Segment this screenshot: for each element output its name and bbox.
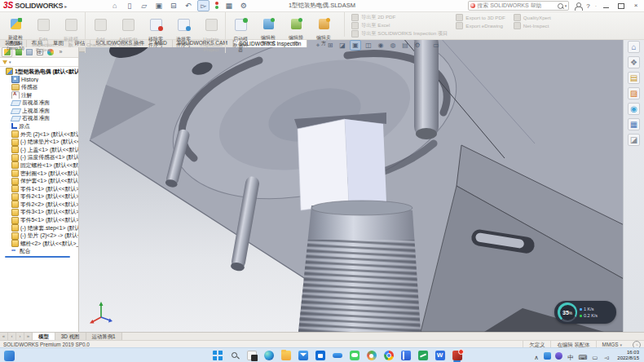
tree-filter[interactable]: ▾ [0,58,78,67]
taskbar-icon-mail[interactable] [297,349,309,362]
section-view-icon[interactable]: ◪ [337,41,347,50]
export-inspection-project-button[interactable]: 导出至 SOLIDWORKS Inspection 项目 [351,30,448,37]
tray-display-icon[interactable]: ▭ [591,348,598,362]
search-input[interactable]: 搜索 SOLIDWORKS 帮助 ▾ [468,1,569,11]
file-explorer-pane-icon[interactable]: ▤ [628,72,640,84]
tree-item[interactable]: 外壳 (2)<1> (默认<<默认>_显示状 [0,130,78,139]
view-settings-icon[interactable]: ⚙ [412,41,422,50]
tree-item[interactable]: 保护套<1> (默认<<默认>_显示状 [0,177,78,185]
ime-language-indicator[interactable]: 中 [567,348,574,362]
taskbar-icon-browser-360[interactable] [365,349,377,362]
solidworks-resources-icon[interactable]: ⌂ [628,41,640,53]
view-orientation-icon[interactable]: ▣ [350,40,361,51]
tree-item[interactable]: (-) 绝缘套.step<1> (默认<<默认> [0,224,78,232]
export-2d-pdf-button[interactable]: 导出至 2D PDF [351,14,448,20]
taskbar-icon-wps-writer[interactable] [434,349,446,362]
tray-expand-icon[interactable]: ∧ [532,348,540,362]
close-button[interactable]: × [631,2,641,10]
tree-item[interactable]: 上视基准面 [0,107,78,115]
taskbar-icon-reader[interactable] [399,349,412,362]
tree-item[interactable]: 零件5<1> (默认<<默认>_显示状态 [0,216,78,224]
taskbar-icon-store[interactable] [314,349,326,362]
tree-item[interactable]: 传感器 [0,83,78,91]
print-icon[interactable]: ⊟ [168,1,179,11]
rollback-bar[interactable] [5,256,70,258]
hide-show-items-icon[interactable]: ◉ [376,41,386,50]
widgets-icon[interactable] [4,351,15,361]
appearances-scenes-icon[interactable]: ◉ [628,103,640,115]
edit-inspection-project-button[interactable]: Edit Inspection Project [29,12,57,53]
3d-viewport[interactable]: ◀ ⌖⊞◪▣◫◉◍▤⚙▭ ⌂❖▤▨◉▦◪ 35% 1 K/s0.2 K/s [78,38,644,332]
taskbar-icon-solidworks[interactable] [451,349,463,362]
tree-item[interactable]: 零件3<1> (默认<<默认>_显示状 [0,209,78,217]
undo-icon[interactable]: ↶ [183,1,193,11]
export-3d-pdf-button[interactable]: Export to 3D PDF [456,14,505,20]
display-settings-icon[interactable]: ▦ [223,1,234,11]
design-library-icon[interactable]: ❖ [628,56,640,68]
tree-item[interactable]: 原点 [0,122,78,130]
taskbar-clock[interactable]: 16:03 2022/8/15 [614,350,639,361]
new-template-button[interactable]: 新建模 板 [57,12,86,53]
tree-item[interactable]: 零件2<2> (默认<<默认>_显示状 [0,201,78,209]
add-characteristic-button[interactable]: Add Characteristic [86,12,114,53]
tree-item[interactable]: (-) 温度传感器<1> (默认<<默认>_ [0,154,78,162]
comment-icon[interactable]: ▭ [431,41,441,50]
tree-item[interactable]: 注解 [0,91,78,99]
taskbar-icon-file-explorer[interactable] [280,349,292,362]
open-icon[interactable]: ▱ [139,1,149,11]
menu-expand-icon[interactable]: ▸ [64,3,67,9]
help-button[interactable]: ? [586,2,589,10]
tray-volume-icon[interactable]: ◅ [602,348,610,362]
zoom-speed-hud[interactable]: 35% 1 K/s0.2 K/s [554,301,616,324]
tree-item[interactable]: (-) 上盖<1> (默认<<默认>_显示状 [0,146,78,154]
view-palette-icon[interactable]: ▨ [628,87,640,99]
update-inspection-project-button[interactable]: Update Inspection Project [197,12,226,53]
forum-icon[interactable]: ◪ [628,134,640,146]
tree-item[interactable]: 密封圈<1> (默认<<默认>_显示状 [0,170,78,178]
tree-item[interactable]: (-) 绝缘垫片<1> (默认<<默认>_显 [0,138,78,146]
tree-item[interactable]: 螺栓<2> (默认<<默认>_显示状态 [0,240,78,248]
save-icon[interactable]: ▣ [153,1,164,11]
tray-security-icon[interactable] [544,348,551,362]
restore-button[interactable] [616,2,626,10]
taskbar-icon-edge[interactable] [262,349,275,362]
search-icon[interactable] [558,3,563,9]
tree-item[interactable]: 1型铠装热电偶 (默认<默认_显示状态-1 [0,68,78,76]
remove-balloons-button[interactable]: 移除零 件序号 [142,12,170,53]
help-caret-icon[interactable]: · [595,3,597,9]
new-document-icon[interactable]: ▯ [124,1,135,11]
net-inspect-button[interactable]: Net-Inspect [514,22,551,29]
login-icon[interactable] [574,2,581,10]
launch-template-editor-button[interactable]: 启动模 板编辑 器 [227,12,254,53]
export-excel-button[interactable]: 导出至 Excel [351,22,448,29]
tree-item[interactable]: 右视基准面 [0,115,78,123]
custom-properties-icon[interactable]: ▦ [628,118,640,130]
export-edrawing-button[interactable]: Export eDrawing [456,22,505,29]
apply-scene-icon[interactable]: ▤ [400,41,410,50]
tree-item[interactable]: 固定螺栓<1> (默认<<默认>_显示状 [0,161,78,170]
taskbar-icon-chrome[interactable] [382,349,395,362]
edit-appearance-icon[interactable]: ◍ [388,41,398,50]
select-icon[interactable]: ▻ [197,0,210,11]
taskbar-icon-search[interactable] [228,349,240,362]
minimize-button[interactable] [602,2,611,10]
tree-item[interactable]: 前视基准面 [0,99,78,107]
taskbar-icon-onedrive[interactable] [331,349,343,362]
tray-location-icon[interactable] [555,348,562,362]
new-inspection-project-button[interactable]: 新建检 查项目 (amp;N) [2,12,29,53]
taskbar-icon-wechat[interactable] [348,349,360,362]
qualityxpert-button[interactable]: QualityXpert [514,14,551,20]
edit-methods-button[interactable]: 编辑检 查方式 [254,12,282,53]
filter-caret-icon[interactable]: ▾ [9,60,11,64]
taskbar-icon-task-view[interactable] [245,349,258,362]
tree-item[interactable]: (-) 垫片 (2)<2> -> (默认<<默认> [0,232,78,240]
ime-keyboard-icon[interactable]: ⌨ [578,348,587,362]
tree-item[interactable]: History [0,76,78,84]
tree-item[interactable]: 配合 [0,248,78,256]
display-style-icon[interactable]: ◫ [364,41,373,50]
taskbar-icon-wps[interactable] [417,349,429,362]
options-gear-icon[interactable]: ⚙ [238,1,249,11]
add-edit-balloons-button[interactable]: Add/Edit Balloons [114,12,142,53]
tree-item[interactable]: 零件1<1> (默认<<默认>_显示状态 [0,185,78,193]
edit-operations-button[interactable]: 编辑操 作 [282,12,310,53]
